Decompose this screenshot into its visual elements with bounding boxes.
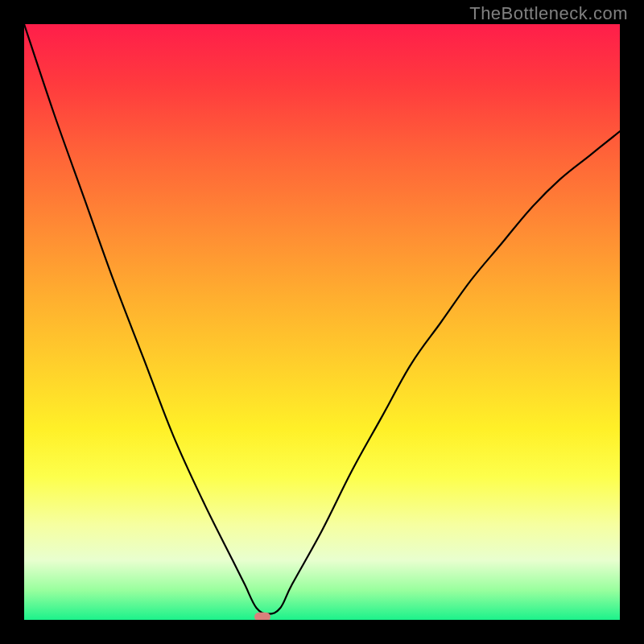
minimum-marker (254, 613, 270, 620)
watermark-text: TheBottleneck.com (469, 3, 628, 24)
chart-frame: TheBottleneck.com (0, 0, 644, 644)
plot-area (24, 24, 620, 620)
curve-svg (24, 24, 620, 620)
bottleneck-curve (24, 24, 620, 614)
